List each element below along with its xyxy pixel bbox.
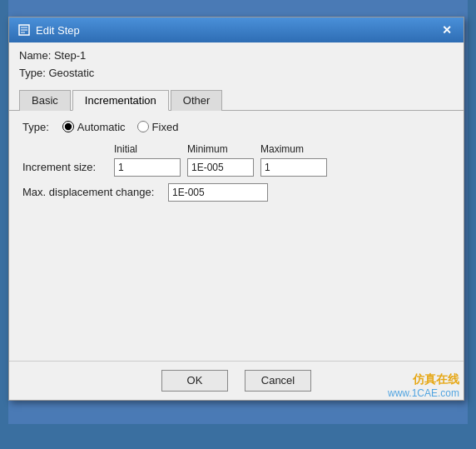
- cancel-button[interactable]: Cancel: [245, 370, 311, 392]
- max-displacement-row: Max. displacement change:: [22, 183, 450, 202]
- col-header-initial: Initial: [114, 143, 181, 155]
- radio-fixed-item[interactable]: Fixed: [137, 121, 179, 133]
- column-headers: Initial Minimum Maximum: [114, 143, 450, 155]
- ok-button[interactable]: OK: [161, 370, 228, 392]
- radio-group: Automatic Fixed: [62, 121, 179, 133]
- sidebar-left: [0, 0, 8, 449]
- radio-automatic-label: Automatic: [77, 121, 126, 133]
- watermark-url: 仿真在线 www.1CAE.com: [388, 372, 459, 399]
- radio-automatic-item[interactable]: Automatic: [62, 121, 126, 133]
- type-row: Type: Automatic Fixed: [22, 121, 450, 133]
- radio-fixed[interactable]: [137, 121, 149, 132]
- dialog-title-left: Edit Step: [17, 23, 80, 37]
- type-info-label: Type:: [19, 67, 46, 79]
- edit-step-icon: [17, 23, 31, 37]
- radio-fixed-label: Fixed: [152, 121, 179, 133]
- name-value: Step-1: [54, 49, 86, 62]
- tab-other[interactable]: Other: [171, 90, 223, 111]
- col-header-minimum: Minimum: [187, 143, 254, 155]
- max-displacement-label: Max. displacement change:: [22, 186, 168, 198]
- watermark-line1: 仿真在线: [388, 372, 459, 387]
- tabs-bar: Basic Incrementation Other: [9, 86, 464, 111]
- tab-basic[interactable]: Basic: [19, 90, 71, 111]
- max-displacement-input[interactable]: [168, 183, 268, 202]
- increment-minimum-input[interactable]: [187, 158, 254, 177]
- increment-size-row: Increment size:: [22, 158, 450, 177]
- name-label: Name:: [19, 49, 51, 62]
- increment-maximum-input[interactable]: [260, 158, 327, 177]
- col-header-maximum: Maximum: [260, 143, 327, 155]
- type-info-value: Geostatic: [48, 67, 94, 79]
- edit-step-dialog: Edit Step ✕ Name: Step-1 Type: Geostatic…: [8, 17, 464, 401]
- increment-inputs: [114, 158, 327, 177]
- watermark-line2: www.1CAE.com: [388, 387, 459, 399]
- dialog-title-text: Edit Step: [36, 24, 80, 37]
- dialog-titlebar: Edit Step ✕: [9, 17, 464, 42]
- tab-incrementation[interactable]: Incrementation: [72, 90, 169, 111]
- type-field-label: Type:: [22, 121, 49, 133]
- dialog-info: Name: Step-1 Type: Geostatic: [9, 42, 464, 86]
- dialog-name-line: Name: Step-1: [19, 47, 454, 65]
- dialog-content: Type: Automatic Fixed Initial Minimum Ma…: [9, 111, 464, 361]
- bottom-bar: [0, 424, 476, 449]
- radio-automatic[interactable]: [62, 121, 74, 132]
- sidebar-right: [468, 0, 476, 449]
- dialog-type-info-line: Type: Geostatic: [19, 65, 454, 82]
- close-button[interactable]: ✕: [439, 22, 455, 38]
- increment-initial-input[interactable]: [114, 158, 181, 177]
- increment-size-label: Increment size:: [22, 161, 114, 173]
